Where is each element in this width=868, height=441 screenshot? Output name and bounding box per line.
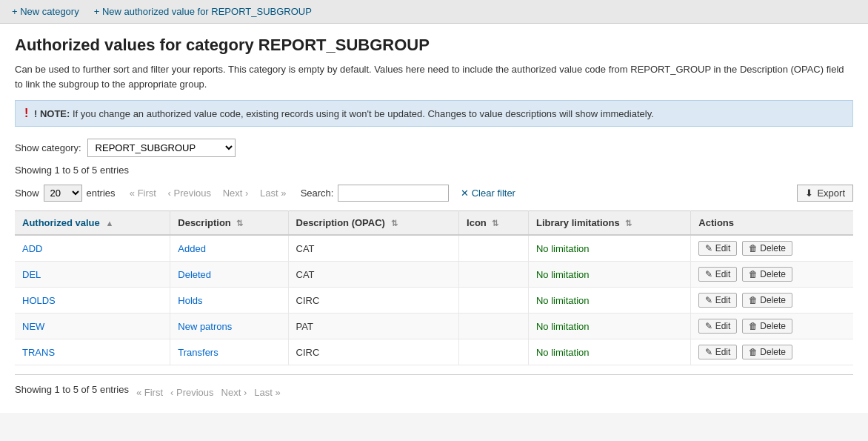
show-category-row: Show category: REPORT_SUBGROUP (15, 139, 853, 157)
main-content: Authorized values for category REPORT_SU… (0, 24, 868, 413)
cell-auth-value: ADD (15, 235, 170, 262)
note-text: If you change an authorized value code, … (73, 108, 654, 119)
col-icon[interactable]: Icon ⇅ (459, 211, 529, 236)
cell-auth-value: TRANS (15, 339, 170, 365)
top-bar: + New category + New authorized value fo… (0, 0, 868, 24)
cell-actions: ✎ Edit 🗑 Delete (691, 314, 853, 339)
cell-icon (459, 235, 529, 262)
edit-button[interactable]: ✎ Edit (698, 319, 737, 334)
note-box: ! ! NOTE: If you change an authorized va… (15, 100, 853, 127)
showing-entries-bottom: Showing 1 to 5 of 5 entries (15, 384, 129, 395)
exclamation-icon: ! (24, 107, 28, 119)
show-category-label: Show category: (15, 142, 81, 153)
new-category-link[interactable]: + New category (12, 6, 79, 17)
sort-icon-lib: ⇅ (625, 219, 632, 228)
showing-entries-top: Showing 1 to 5 of 5 entries (15, 165, 853, 176)
table-row: DEL Deleted CAT No limitation ✎ Edit 🗑 D… (15, 262, 853, 288)
cell-library-limitations: No limitation (528, 262, 690, 288)
export-button[interactable]: ⬇ Export (797, 185, 853, 202)
new-authorized-value-link[interactable]: + New authorized value for REPORT_SUBGRO… (94, 6, 312, 17)
col-description[interactable]: Description ⇅ (170, 211, 288, 236)
sort-icon-icon: ⇅ (492, 219, 498, 228)
col-actions: Actions (691, 211, 853, 236)
cell-auth-value: DEL (15, 262, 170, 288)
cell-icon (459, 314, 529, 339)
cell-description-opac: CIRC (288, 288, 459, 314)
cell-library-limitations: No limitation (528, 339, 690, 365)
cell-library-limitations: No limitation (528, 235, 690, 262)
col-description-opac[interactable]: Description (OPAC) ⇅ (288, 211, 459, 236)
page-description: Can be used to further sort and filter y… (15, 62, 853, 91)
cell-icon (459, 339, 529, 365)
delete-button[interactable]: 🗑 Delete (742, 267, 792, 282)
show-label: Show (15, 188, 39, 199)
table-row: NEW New patrons PAT No limitation ✎ Edit… (15, 314, 853, 339)
cell-auth-value: NEW (15, 314, 170, 339)
next-link-top[interactable]: Next › (223, 188, 249, 199)
table-row: TRANS Transfers CIRC No limitation ✎ Edi… (15, 339, 853, 365)
search-label: Search: (301, 188, 334, 199)
cell-icon (459, 288, 529, 314)
table-header: Authorized value ▲ Description ⇅ Descrip… (15, 211, 853, 236)
cell-actions: ✎ Edit 🗑 Delete (691, 235, 853, 262)
cell-description: Added (170, 235, 288, 262)
authorized-values-table: Authorized value ▲ Description ⇅ Descrip… (15, 210, 853, 365)
bottom-controls: Showing 1 to 5 of 5 entries « First ‹ Pr… (15, 384, 853, 401)
cell-description-opac: PAT (288, 314, 459, 339)
cell-actions: ✎ Edit 🗑 Delete (691, 288, 853, 314)
edit-button[interactable]: ✎ Edit (698, 293, 737, 308)
entries-label: entries (87, 188, 116, 199)
sort-asc-icon: ▲ (105, 219, 113, 228)
search-input[interactable] (338, 185, 449, 202)
page-title: Authorized values for category REPORT_SU… (15, 36, 853, 55)
last-link-top[interactable]: Last » (260, 188, 286, 199)
cell-description: Deleted (170, 262, 288, 288)
delete-button[interactable]: 🗑 Delete (742, 319, 792, 334)
previous-link-bottom[interactable]: ‹ Previous (170, 387, 214, 398)
cell-description-opac: CAT (288, 262, 459, 288)
sort-icon-desc: ⇅ (236, 219, 243, 228)
delete-button[interactable]: 🗑 Delete (742, 241, 792, 256)
cell-description-opac: CIRC (288, 339, 459, 365)
col-authorized-value[interactable]: Authorized value ▲ (15, 211, 170, 236)
next-link-bottom[interactable]: Next › (221, 387, 247, 398)
col-library-limitations[interactable]: Library limitations ⇅ (528, 211, 690, 236)
cell-description: Transfers (170, 339, 288, 365)
table-controls-top: Show 20 10 50 100 entries « First ‹ Prev… (15, 182, 853, 205)
table-row: HOLDS Holds CIRC No limitation ✎ Edit 🗑 … (15, 288, 853, 314)
clear-filter-link[interactable]: ✕ Clear filter (461, 188, 515, 199)
table-body: ADD Added CAT No limitation ✎ Edit 🗑 Del… (15, 235, 853, 365)
cell-icon (459, 262, 529, 288)
delete-button[interactable]: 🗑 Delete (742, 293, 792, 308)
previous-link-top[interactable]: ‹ Previous (168, 188, 212, 199)
cell-library-limitations: No limitation (528, 288, 690, 314)
edit-button[interactable]: ✎ Edit (698, 345, 737, 359)
table-controls-left: Show 20 10 50 100 entries « First ‹ Prev… (15, 185, 515, 202)
table-row: ADD Added CAT No limitation ✎ Edit 🗑 Del… (15, 235, 853, 262)
cell-description: Holds (170, 288, 288, 314)
cell-description-opac: CAT (288, 235, 459, 262)
first-link-top[interactable]: « First (130, 188, 156, 199)
cell-auth-value: HOLDS (15, 288, 170, 314)
cell-actions: ✎ Edit 🗑 Delete (691, 262, 853, 288)
show-count-select[interactable]: 20 10 50 100 (44, 185, 82, 202)
download-icon: ⬇ (805, 188, 813, 199)
cell-actions: ✎ Edit 🗑 Delete (691, 339, 853, 365)
separator (15, 374, 853, 375)
edit-button[interactable]: ✎ Edit (698, 241, 737, 256)
table-controls-right: ⬇ Export (797, 185, 853, 202)
first-link-bottom[interactable]: « First (136, 387, 163, 398)
cell-library-limitations: No limitation (528, 314, 690, 339)
edit-button[interactable]: ✎ Edit (698, 267, 737, 282)
show-category-select[interactable]: REPORT_SUBGROUP (87, 139, 236, 157)
delete-button[interactable]: 🗑 Delete (742, 345, 792, 359)
note-prefix: ! NOTE: (34, 108, 70, 119)
sort-icon-opac: ⇅ (391, 219, 398, 228)
last-link-bottom[interactable]: Last » (254, 387, 280, 398)
cell-description: New patrons (170, 314, 288, 339)
